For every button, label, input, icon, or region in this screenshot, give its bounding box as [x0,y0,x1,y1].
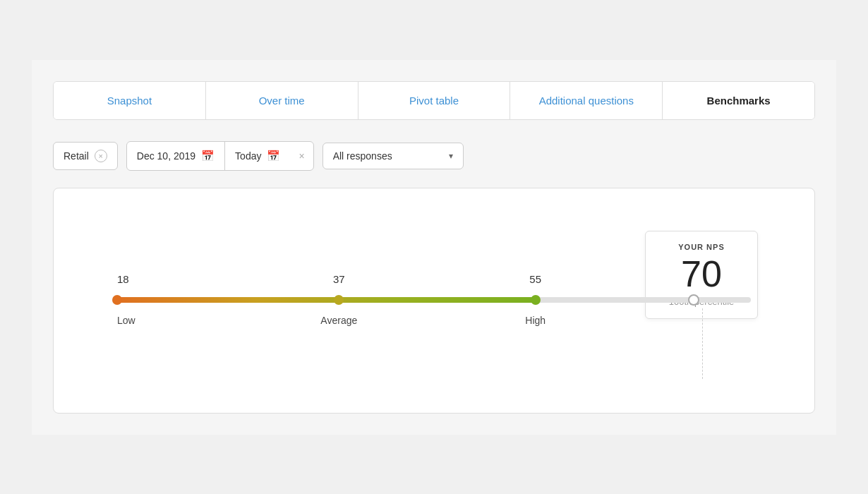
scale-number-high: 55 [529,273,541,285]
tab-snapshot[interactable]: Snapshot [54,82,206,119]
tab-additional-questions[interactable]: Additional questions [510,82,663,119]
date-to-calendar-icon[interactable]: 📅 [267,150,280,162]
scale-number-low: 18 [117,273,129,285]
scale-filled [117,297,536,303]
category-value: Retail [64,150,89,162]
scale-numbers-row: 18 37 55 [117,273,751,285]
date-range-clear-button[interactable]: × [290,150,313,162]
responses-value: All responses [333,150,392,162]
scale-number-avg: 37 [333,273,345,285]
tabs-bar: Snapshot Over time Pivot table Additiona… [53,81,815,120]
category-filter[interactable]: Retail × [53,142,118,170]
date-range-filter[interactable]: Dec 10, 2019 📅 Today 📅 × [126,141,314,171]
chevron-down-icon: ▾ [449,151,453,161]
date-from-value: Dec 10, 2019 [137,150,195,162]
scale-dot-avg [334,295,344,305]
nps-label: YOUR NPS [663,243,740,251]
scale-label-low: Low [117,315,135,326]
scale-dot-high [531,295,541,305]
category-clear-button[interactable]: × [95,150,107,162]
date-to-part: Today 📅 [225,143,290,169]
scale-track-wrapper [117,295,751,305]
date-from-calendar-icon[interactable]: 📅 [201,150,215,162]
date-to-value: Today [235,150,261,162]
scale-dot-low [112,295,122,305]
main-container: Snapshot Over time Pivot table Additiona… [32,60,836,435]
tab-benchmarks[interactable]: Benchmarks [663,82,814,119]
scale-label-high: High [525,315,545,326]
responses-dropdown[interactable]: All responses ▾ [323,143,464,169]
benchmark-scale: 18 37 55 Low Average High [89,273,779,315]
filters-row: Retail × Dec 10, 2019 📅 Today 📅 × All re… [53,141,815,171]
date-from-part: Dec 10, 2019 📅 [127,143,224,169]
tab-over-time[interactable]: Over time [206,82,358,119]
scale-label-avg: Average [320,315,357,326]
nps-dashed-line [702,308,703,379]
scale-dot-nps [688,294,699,306]
tab-pivot-table[interactable]: Pivot table [358,82,511,119]
chart-card: YOUR NPS 70 100th percentile 18 37 55 [53,188,815,414]
